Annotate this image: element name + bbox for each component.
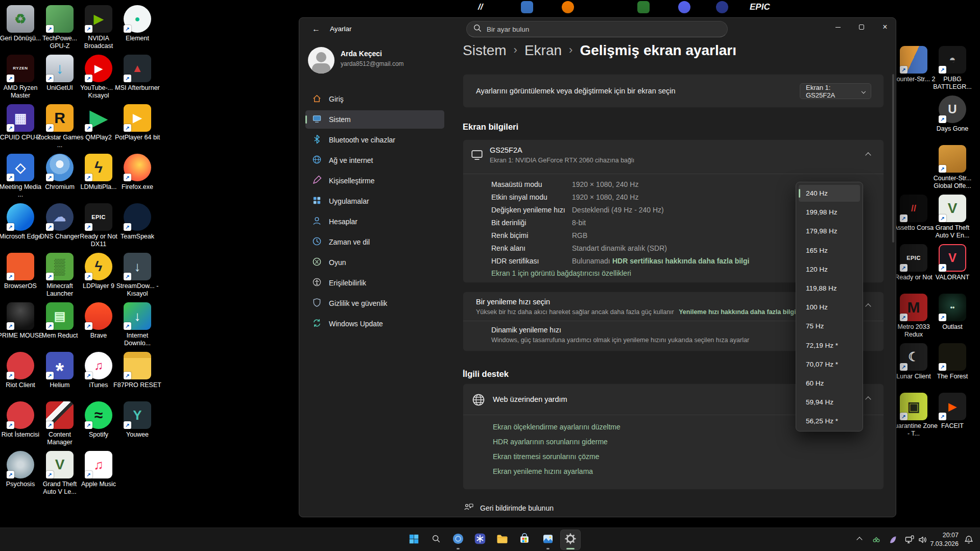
desktop-icon-ldplayer-9[interactable]: ϟ↗LDPlayer 9 [79,253,118,290]
notification-bell-icon[interactable]: z [964,535,974,545]
desktop-icon-dns-changer[interactable]: ☁↗DNS Changer [40,203,80,241]
partial-icon-orange[interactable] [562,1,574,13]
helium-taskbar[interactable] [470,530,490,550]
desktop-icon-valorant[interactable]: V↗VALORANT [933,244,972,281]
desktop-icon-the-forest[interactable]: ↗The Forest [933,343,972,380]
breadcrumb-sistem[interactable]: Sistem [463,42,507,59]
desktop-icon-microsoft-edge[interactable]: ↗Microsoft Edge [1,203,40,241]
desktop-icon-assetto-corsa[interactable]: //↗Assetto Corsa [894,195,934,232]
sidebar-item-system[interactable]: Sistem [305,110,444,129]
help-link[interactable]: HDR ayarlarının sorunlarını giderme [493,438,608,446]
clock[interactable]: 20:07 7.03.2026 [930,531,959,548]
start-button[interactable] [403,530,424,550]
desktop-icon-gpu-z[interactable]: ↗TechPowe... GPU-Z [40,5,80,50]
desktop-icon-qmplay2[interactable]: ▶↗QMPlay2 [79,104,118,141]
desktop-icon-metro-2033-redux[interactable]: M↗Metro 2033 Redux [894,294,934,339]
refresh-rate-info-link[interactable]: Yenileme hızı hakkında daha fazla bilgi [679,308,796,316]
desktop-icon-ldmultiplayer[interactable]: ϟ↗LDMultiPla... [79,154,118,191]
help-link[interactable]: Ekran titremesi sorunlarını çözme [493,452,600,461]
desktop-icon-days-gone[interactable]: U↗Days Gone [933,95,972,133]
scrollbar[interactable] [892,74,894,243]
partial-icon-slashes[interactable]: // [478,2,483,12]
desktop-icon-prime-mouse[interactable]: ↗PRIME MOUSE [1,302,40,340]
desktop-icon-firefox[interactable]: ↗Firefox.exe [117,154,157,191]
sidebar-item-accounts[interactable]: Hesaplar [305,212,444,231]
desktop-icon-quarantine-zone[interactable]: ▣↗Quarantine Zone - T... [894,393,934,438]
refresh-rate-option[interactable]: 72,19 Hz * [799,337,860,354]
desktop-icon-apple-music[interactable]: ♫↗Apple Music [79,451,118,488]
sidebar-item-bluetooth[interactable]: Bluetooth ve cihazlar [305,131,444,149]
desktop-icon-psychosis[interactable]: ↗Psychosis [1,451,40,488]
collapse-web-help-icon[interactable] [865,396,871,402]
display-tray-icon[interactable] [904,535,915,545]
refresh-rate-option[interactable]: 240 Hz [799,185,860,202]
desktop-icon-counter-strike-2[interactable]: ↗Counter-Str... 2 [894,46,934,83]
partial-icon-indigo[interactable] [678,1,690,13]
partial-icon-navy[interactable] [716,1,728,13]
refresh-rate-option[interactable]: 56,25 Hz * [799,413,860,429]
help-link[interactable]: Ekran ölçeklendirme ayarlarını düzeltme [493,423,620,431]
feedback-row[interactable]: Geri bildirimde bulunun [464,502,554,514]
desktop-icon-nvidia-broadcast[interactable]: ▶↗NVIDIA Broadcast [79,5,118,50]
refresh-rate-option[interactable]: 120 Hz [799,261,860,278]
desktop-icon-lunar-client[interactable]: ☾↗Lunar Client [894,343,934,380]
close-button[interactable]: × [873,18,896,36]
desktop-icon-teamspeak[interactable]: ↗TeamSpeak [117,203,157,241]
desktop-icon-outlast[interactable]: ••↗Outlast [933,294,972,331]
desktop-icon-browseros[interactable]: ↗BrowserOS [1,253,40,290]
search-box[interactable] [466,21,728,37]
partial-icon-blue[interactable] [521,1,533,13]
refresh-rate-option[interactable]: 60 Hz [799,375,860,392]
breadcrumb-ekran[interactable]: Ekran [524,42,562,59]
minimize-button[interactable] [826,18,850,36]
desktop-icon-ready-or-not[interactable]: EPIC↗Ready or Not [894,244,934,281]
desktop-icon-msi-afterburner[interactable]: ▲↗MSI Afterburner [117,55,157,92]
photos-taskbar[interactable] [538,530,558,550]
desktop-icon-internet-download-manager[interactable]: ↓↗Internet Downlo... [117,302,157,347]
refresh-rate-option[interactable]: 75 Hz [799,318,860,334]
desktop-icon-youwee[interactable]: Y↗Youwee [117,401,157,439]
desktop-icon-mem-reduct[interactable]: ▤↗Mem Reduct [40,302,80,340]
feather-icon[interactable] [888,535,898,545]
desktop-icon-faceit[interactable]: ▶↗FACEIT [933,393,972,430]
desktop-icon-helium-desktop[interactable]: *↗Helium [40,352,80,389]
refresh-rate-option[interactable]: 59,94 Hz [799,394,860,411]
desktop-icon-potplayer[interactable]: ▶↗PotPlayer 64 bit [117,104,157,141]
settings-taskbar[interactable] [560,530,581,550]
desktop-icon-chromium-desktop[interactable]: ↗Chromium [40,154,80,191]
maximize-button[interactable] [850,18,873,36]
desktop-icon-ready-or-not-dx11[interactable]: EPIC↗Ready or Not DX11 [79,203,118,248]
desktop-icon-gta-v-legacy[interactable]: V↗Grand Theft Auto V Le... [40,451,80,496]
desktop-icon-f87pro-reset[interactable]: ↗F87PRO RESET [117,352,157,389]
desktop-icon-recycle-bin[interactable]: ♻Geri Dönüşü... [1,5,40,42]
tray-green-icon[interactable] [871,535,881,545]
partial-icon-green[interactable] [637,1,650,13]
sidebar-item-apps[interactable]: Uygulamalar [305,192,444,210]
desktop-icon-content-manager[interactable]: ↗Content Manager [40,401,80,446]
sidebar-item-privacy[interactable]: Gizlilik ve güvenlik [305,294,444,313]
desktop-icon-streamdownloader[interactable]: ↓↗StreamDow... - Kısayol [117,253,157,298]
sidebar-item-personalization[interactable]: Kişiselleştirme [305,172,444,190]
refresh-rate-option[interactable]: 199,98 Hz [799,204,860,221]
desktop-icon-riot-client[interactable]: ↗Riot Client [1,352,40,389]
hdr-info-link[interactable]: HDR sertifikası hakkında daha fazla bilg… [612,257,749,265]
refresh-rate-option[interactable]: 70,07 Hz * [799,356,860,373]
desktop-icon-youtube-music[interactable]: ▶↗YouTube-... - Kısayol [79,55,118,100]
help-link[interactable]: Ekran yenileme hızını ayarlama [493,467,593,475]
sidebar-item-update[interactable]: Windows Update [305,315,444,333]
display-select-dropdown[interactable]: Ekran 1: GS25F2A [800,83,871,99]
collapse-display-info-icon[interactable] [865,152,871,158]
tray-chevron-up[interactable] [854,535,865,545]
file-explorer-taskbar[interactable] [492,530,512,550]
sidebar-item-network[interactable]: Ağ ve internet [305,151,444,170]
desktop-icon-spotify[interactable]: ≈↗Spotify [79,401,118,439]
desktop-icon-gta-v-enhanced[interactable]: V↗Grand Theft Auto V En... [933,195,972,239]
desktop-icon-element[interactable]: ●↗Element [117,5,157,42]
desktop-icon-meeting-media[interactable]: ◇↗Meeting Media ... [1,154,40,199]
desktop-icon-brave[interactable]: ↗Brave [79,302,118,340]
desktop-icon-unigetui[interactable]: ↓↗UniGetUI [40,55,80,92]
desktop-icon-cpuid-cpu-z[interactable]: ▦↗CPUID CPU-Z [1,104,40,141]
desktop-icon-itunes[interactable]: ♫↗iTunes [79,352,118,389]
adapter-properties-link[interactable]: Ekran 1 için görüntü bağdaştırıcısı özel… [491,269,631,277]
collapse-refresh-rate-icon[interactable] [865,303,871,309]
